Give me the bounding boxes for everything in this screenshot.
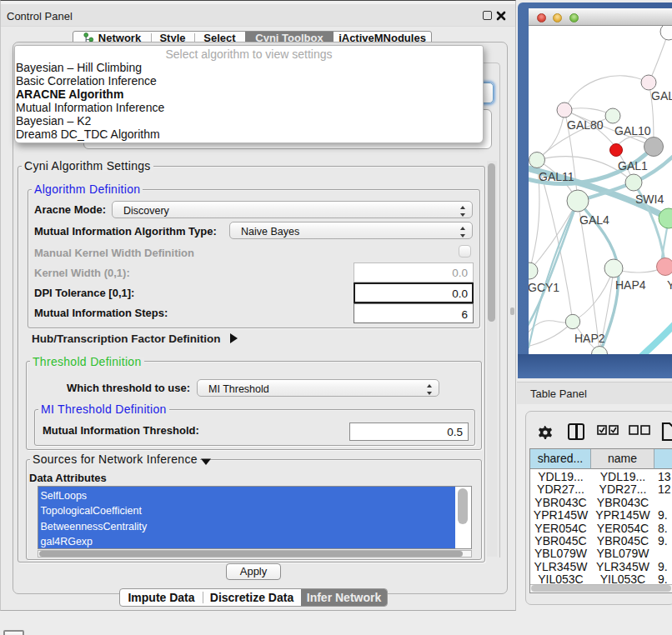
svg-text:GAL11: GAL11: [539, 170, 574, 183]
svg-text:GAL80: GAL80: [567, 118, 604, 132]
svg-text:GAL10: GAL10: [614, 124, 651, 138]
svg-text:SWI4: SWI4: [635, 192, 664, 206]
svg-text:HAP4: HAP4: [615, 278, 646, 292]
svg-text:GAL4: GAL4: [579, 213, 609, 227]
svg-text:Y: Y: [667, 278, 672, 292]
svg-text:HAP2: HAP2: [574, 332, 605, 345]
svg-text:GAL2: GAL2: [651, 89, 672, 102]
svg-text:GCY1: GCY1: [529, 281, 559, 294]
svg-text:GAL1: GAL1: [618, 159, 648, 172]
